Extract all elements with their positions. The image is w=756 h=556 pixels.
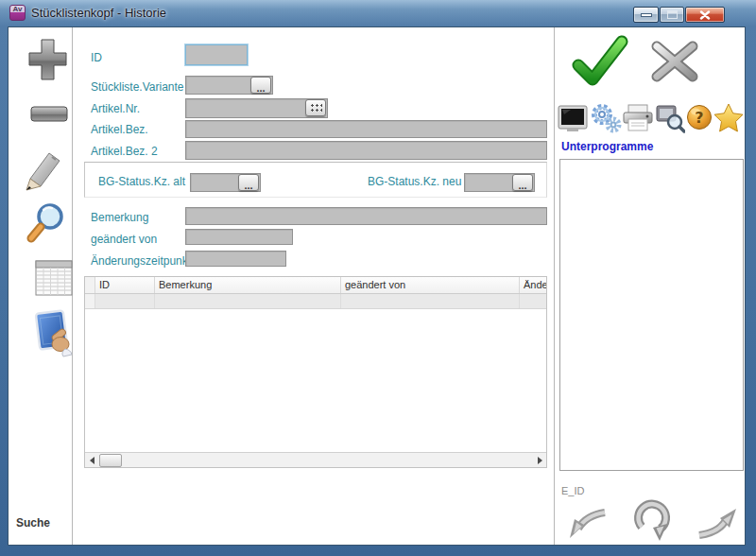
artikelbez-input[interactable] [185, 120, 547, 138]
pencil-icon [22, 148, 63, 192]
check-icon [569, 35, 629, 88]
screen-view-button[interactable] [558, 104, 588, 132]
variante-picker-button[interactable]: ... [250, 77, 271, 94]
unterprogramme-title: Unterprogramme [561, 140, 653, 153]
artikelnr-picker-button[interactable] [305, 99, 326, 116]
minus-icon [29, 103, 69, 126]
minimize-button[interactable] [633, 7, 659, 23]
nav-back-button[interactable] [567, 506, 609, 542]
ellipsis-icon: ... [256, 83, 265, 93]
touch-screen-icon [31, 309, 73, 358]
help-button[interactable]: ? [686, 104, 713, 130]
maximize-button[interactable] [660, 7, 684, 23]
close-button[interactable] [685, 7, 725, 23]
bgstatus-neu-label: BG-Status.Kz. neu [368, 175, 461, 188]
add-button[interactable] [27, 37, 69, 82]
arrow-forward-icon [695, 504, 738, 540]
settings-button[interactable] [590, 102, 622, 134]
right-panel: ? Unterprogramme E_ID [554, 27, 746, 545]
arrow-back-icon [567, 506, 609, 542]
delete-button[interactable] [29, 103, 69, 126]
cell-bemerkung[interactable] [155, 294, 341, 308]
select-button[interactable] [31, 309, 73, 358]
app-icon: Av [9, 5, 26, 21]
row-selector-cell[interactable] [85, 294, 95, 308]
monitor-icon [558, 104, 588, 132]
bgstatus-alt-picker-button[interactable]: ... [238, 174, 259, 191]
artikelbez2-input[interactable] [185, 141, 547, 160]
scrollbar-thumb[interactable] [99, 454, 122, 467]
grid-row-selector-header[interactable] [85, 277, 95, 293]
grid-column-header-aenderung[interactable]: Ände [520, 277, 546, 293]
suche-label: Suche [16, 516, 50, 530]
title-bar[interactable]: Av Stücklistenkopf - Historie [0, 0, 756, 26]
help-icon: ? [686, 104, 713, 130]
triangle-right-icon [538, 457, 542, 464]
bgstatus-neu-picker-button[interactable]: ... [512, 174, 533, 191]
geaendert-von-label: geändert von [91, 233, 157, 246]
nav-refresh-button[interactable] [631, 498, 675, 544]
cell-id[interactable] [95, 294, 155, 308]
grid-icon [35, 258, 73, 298]
magnifier-icon [25, 201, 66, 245]
gears-icon [590, 102, 622, 134]
minimize-icon [641, 12, 652, 18]
left-toolbar: Suche [9, 27, 73, 545]
ok-button[interactable] [569, 35, 629, 88]
printer-icon [622, 103, 654, 133]
cell-aenderung[interactable] [520, 294, 546, 308]
cancel-button[interactable] [647, 39, 702, 84]
unterprogramme-listbox[interactable] [559, 159, 744, 471]
aenderungszeitpunkt-label: Änderungszeitpunkt [91, 254, 191, 268]
history-grid: ID Bemerkung geändert von Ände [84, 276, 547, 468]
scroll-right-button[interactable] [533, 453, 546, 467]
list-button[interactable] [35, 258, 73, 298]
geaendert-von-input[interactable] [185, 229, 293, 245]
print-button[interactable] [622, 103, 654, 133]
preview-button[interactable] [655, 103, 685, 133]
artikelbez2-label: Artikel.Bez. 2 [91, 145, 158, 158]
artikelbez-label: Artikel.Bez. [91, 123, 148, 136]
variante-label: Stückliste.Variante [91, 80, 184, 94]
bemerkung-label: Bemerkung [91, 211, 148, 224]
id-label: ID [91, 51, 102, 64]
x-icon [647, 39, 702, 84]
close-icon [699, 10, 711, 20]
id-input[interactable] [185, 44, 248, 65]
table-row[interactable] [85, 294, 546, 309]
bgstatus-alt-label: BG-Status.Kz. alt [98, 175, 185, 188]
ellipsis-icon: ... [518, 181, 526, 190]
grid-column-header-id[interactable]: ID [95, 277, 155, 293]
eid-label: E_ID [561, 485, 584, 496]
preview-magnifier-icon [655, 103, 685, 133]
ellipsis-icon: ... [244, 181, 252, 190]
search-button[interactable] [25, 201, 66, 245]
grid-dots-icon [309, 102, 322, 113]
edit-button[interactable] [22, 148, 63, 192]
svg-text:?: ? [695, 109, 703, 127]
artikelnr-label: Artikel.Nr. [91, 102, 140, 115]
plus-icon [27, 37, 69, 82]
grid-header-row: ID Bemerkung geändert von Ände [85, 277, 546, 294]
nav-forward-button[interactable] [695, 504, 738, 540]
horizontal-scrollbar[interactable] [85, 452, 546, 467]
arrow-refresh-icon [631, 498, 675, 544]
window-title: Stücklistenkopf - Historie [31, 6, 166, 20]
grid-column-header-geaendert-von[interactable]: geändert von [341, 277, 520, 293]
dialog-client-area: Suche ID Stückliste.Variante ... Artikel… [8, 26, 746, 546]
scroll-left-button[interactable] [85, 453, 98, 467]
cell-geaendert-von[interactable] [341, 294, 520, 308]
aenderungszeitpunkt-input[interactable] [185, 251, 286, 267]
star-icon [713, 103, 744, 132]
maximize-icon [667, 10, 678, 19]
favorites-button[interactable] [713, 103, 744, 132]
grid-column-header-bemerkung[interactable]: Bemerkung [155, 277, 341, 293]
triangle-left-icon [90, 457, 94, 464]
bemerkung-input[interactable] [185, 207, 547, 225]
